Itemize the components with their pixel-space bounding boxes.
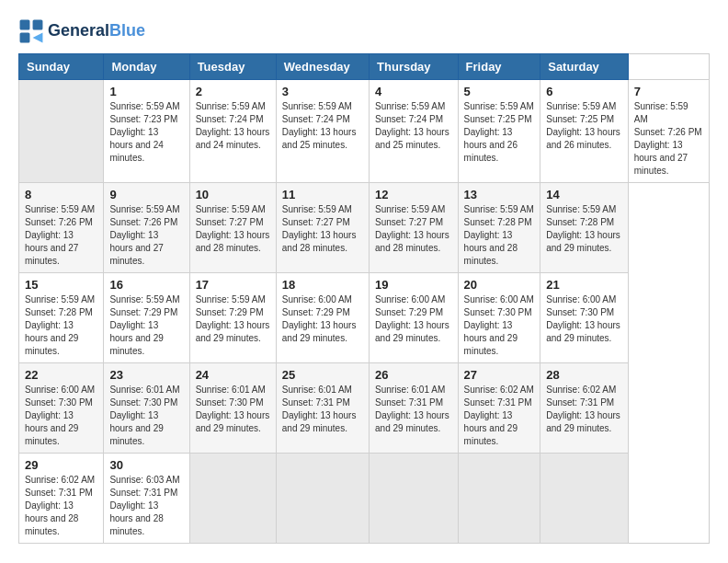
calendar-cell: 20Sunrise: 6:00 AMSunset: 7:30 PMDayligh… [458, 273, 540, 363]
calendar-cell: 18Sunrise: 6:00 AMSunset: 7:29 PMDayligh… [276, 273, 369, 363]
calendar-cell: 4Sunrise: 5:59 AMSunset: 7:24 PMDaylight… [370, 80, 459, 183]
weekday-header-row: SundayMondayTuesdayWednesdayThursdayFrid… [19, 54, 710, 80]
calendar-cell [458, 454, 540, 544]
logo-text: GeneralBlue [48, 22, 145, 40]
calendar-cell: 9Sunrise: 5:59 AMSunset: 7:26 PMDaylight… [104, 183, 189, 273]
day-number: 8 [25, 188, 97, 201]
day-number: 1 [109, 85, 183, 98]
cell-info: Sunrise: 6:01 AMSunset: 7:31 PMDaylight:… [282, 384, 363, 435]
cell-info: Sunrise: 5:59 AMSunset: 7:24 PMDaylight:… [196, 100, 270, 152]
header: GeneralBlue [18, 18, 710, 44]
day-number: 24 [196, 368, 270, 382]
svg-rect-1 [33, 20, 43, 30]
calendar-cell [276, 454, 369, 544]
cell-info: Sunrise: 6:03 AMSunset: 7:31 PMDaylight:… [109, 474, 183, 538]
weekday-header-tuesday: Tuesday [189, 54, 276, 80]
cell-info: Sunrise: 5:59 AMSunset: 7:26 PMDaylight:… [634, 100, 703, 178]
weekday-header-wednesday: Wednesday [276, 54, 369, 80]
cell-info: Sunrise: 5:59 AMSunset: 7:27 PMDaylight:… [196, 203, 270, 255]
cell-info: Sunrise: 5:59 AMSunset: 7:28 PMDaylight:… [25, 293, 97, 358]
weekday-header-saturday: Saturday [540, 54, 629, 80]
calendar-cell [370, 454, 459, 544]
calendar-cell: 16Sunrise: 5:59 AMSunset: 7:29 PMDayligh… [104, 273, 189, 363]
cell-info: Sunrise: 5:59 AMSunset: 7:27 PMDaylight:… [282, 203, 363, 255]
calendar-cell: 11Sunrise: 5:59 AMSunset: 7:27 PMDayligh… [276, 183, 369, 273]
cell-info: Sunrise: 6:00 AMSunset: 7:29 PMDaylight:… [282, 293, 363, 345]
weekday-header-friday: Friday [458, 54, 540, 80]
cell-info: Sunrise: 5:59 AMSunset: 7:25 PMDaylight:… [464, 100, 535, 165]
cell-info: Sunrise: 5:59 AMSunset: 7:26 PMDaylight:… [25, 203, 97, 268]
cell-info: Sunrise: 6:02 AMSunset: 7:31 PMDaylight:… [25, 474, 97, 538]
weekday-header-sunday: Sunday [19, 54, 104, 80]
calendar-cell: 17Sunrise: 5:59 AMSunset: 7:29 PMDayligh… [189, 273, 276, 363]
calendar-cell: 28Sunrise: 6:02 AMSunset: 7:31 PMDayligh… [540, 363, 629, 454]
cell-info: Sunrise: 6:01 AMSunset: 7:30 PMDaylight:… [109, 384, 183, 448]
calendar-table: SundayMondayTuesdayWednesdayThursdayFrid… [18, 53, 710, 544]
cell-info: Sunrise: 5:59 AMSunset: 7:28 PMDaylight:… [464, 203, 535, 268]
cell-info: Sunrise: 5:59 AMSunset: 7:28 PMDaylight:… [546, 203, 622, 255]
calendar-cell: 27Sunrise: 6:02 AMSunset: 7:31 PMDayligh… [458, 363, 540, 454]
week-row-1: 8Sunrise: 5:59 AMSunset: 7:26 PMDaylight… [19, 183, 710, 273]
cell-info: Sunrise: 6:02 AMSunset: 7:31 PMDaylight:… [546, 384, 622, 435]
cell-info: Sunrise: 5:59 AMSunset: 7:26 PMDaylight:… [109, 203, 183, 268]
day-number: 2 [196, 85, 270, 98]
cell-info: Sunrise: 6:01 AMSunset: 7:30 PMDaylight:… [196, 384, 270, 435]
cell-info: Sunrise: 6:00 AMSunset: 7:30 PMDaylight:… [546, 293, 622, 345]
calendar-cell [540, 454, 629, 544]
day-number: 10 [196, 188, 270, 201]
cell-info: Sunrise: 6:01 AMSunset: 7:31 PMDaylight:… [375, 384, 452, 435]
cell-info: Sunrise: 5:59 AMSunset: 7:24 PMDaylight:… [282, 100, 363, 152]
weekday-header-thursday: Thursday [370, 54, 459, 80]
cell-info: Sunrise: 5:59 AMSunset: 7:24 PMDaylight:… [375, 100, 452, 152]
calendar-cell: 7Sunrise: 5:59 AMSunset: 7:26 PMDaylight… [628, 80, 709, 183]
calendar-cell: 1Sunrise: 5:59 AMSunset: 7:23 PMDaylight… [104, 80, 189, 183]
day-number: 7 [634, 85, 703, 98]
calendar-cell: 29Sunrise: 6:02 AMSunset: 7:31 PMDayligh… [19, 454, 104, 544]
day-number: 23 [109, 368, 183, 382]
calendar-cell: 14Sunrise: 5:59 AMSunset: 7:28 PMDayligh… [540, 183, 629, 273]
calendar-cell: 22Sunrise: 6:00 AMSunset: 7:30 PMDayligh… [19, 363, 104, 454]
day-number: 28 [546, 368, 622, 382]
calendar-cell: 5Sunrise: 5:59 AMSunset: 7:25 PMDaylight… [458, 80, 540, 183]
day-number: 16 [109, 278, 183, 292]
week-row-4: 29Sunrise: 6:02 AMSunset: 7:31 PMDayligh… [19, 454, 710, 544]
day-number: 17 [196, 278, 270, 292]
cell-info: Sunrise: 5:59 AMSunset: 7:27 PMDaylight:… [375, 203, 452, 255]
day-number: 4 [375, 85, 452, 98]
day-number: 12 [375, 188, 452, 201]
calendar-cell: 12Sunrise: 5:59 AMSunset: 7:27 PMDayligh… [370, 183, 459, 273]
calendar-cell: 26Sunrise: 6:01 AMSunset: 7:31 PMDayligh… [370, 363, 459, 454]
calendar-cell: 30Sunrise: 6:03 AMSunset: 7:31 PMDayligh… [104, 454, 189, 544]
cell-info: Sunrise: 6:02 AMSunset: 7:31 PMDaylight:… [464, 384, 535, 448]
week-row-0: 1Sunrise: 5:59 AMSunset: 7:23 PMDaylight… [19, 80, 710, 183]
logo-icon [18, 18, 44, 44]
weekday-header-monday: Monday [104, 54, 189, 80]
calendar-cell: 23Sunrise: 6:01 AMSunset: 7:30 PMDayligh… [104, 363, 189, 454]
cell-info: Sunrise: 5:59 AMSunset: 7:23 PMDaylight:… [109, 100, 183, 165]
day-number: 14 [546, 188, 622, 201]
calendar-cell: 21Sunrise: 6:00 AMSunset: 7:30 PMDayligh… [540, 273, 629, 363]
day-number: 18 [282, 278, 363, 292]
week-row-2: 15Sunrise: 5:59 AMSunset: 7:28 PMDayligh… [19, 273, 710, 363]
calendar-cell [189, 454, 276, 544]
day-number: 22 [25, 368, 97, 382]
calendar-cell: 13Sunrise: 5:59 AMSunset: 7:28 PMDayligh… [458, 183, 540, 273]
day-number: 3 [282, 85, 363, 98]
calendar-cell: 6Sunrise: 5:59 AMSunset: 7:25 PMDaylight… [540, 80, 629, 183]
cell-info: Sunrise: 5:59 AMSunset: 7:25 PMDaylight:… [546, 100, 622, 152]
day-number: 25 [282, 368, 363, 382]
cell-info: Sunrise: 5:59 AMSunset: 7:29 PMDaylight:… [109, 293, 183, 358]
logo: GeneralBlue [18, 18, 145, 44]
day-number: 11 [282, 188, 363, 201]
calendar-cell: 19Sunrise: 6:00 AMSunset: 7:29 PMDayligh… [370, 273, 459, 363]
svg-rect-0 [20, 20, 30, 30]
empty-cell [19, 80, 104, 183]
day-number: 19 [375, 278, 452, 292]
calendar-cell: 24Sunrise: 6:01 AMSunset: 7:30 PMDayligh… [189, 363, 276, 454]
day-number: 13 [464, 188, 535, 201]
day-number: 5 [464, 85, 535, 98]
cell-info: Sunrise: 6:00 AMSunset: 7:30 PMDaylight:… [25, 384, 97, 448]
cell-info: Sunrise: 6:00 AMSunset: 7:29 PMDaylight:… [375, 293, 452, 345]
day-number: 21 [546, 278, 622, 292]
cell-info: Sunrise: 5:59 AMSunset: 7:29 PMDaylight:… [196, 293, 270, 345]
